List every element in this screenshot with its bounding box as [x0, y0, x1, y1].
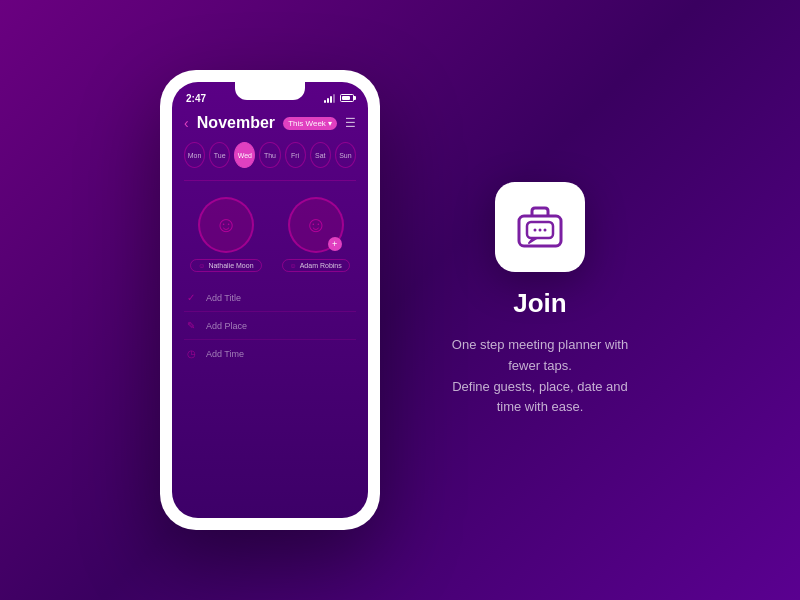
day-sun[interactable]: Sun	[335, 142, 356, 168]
days-row: Mon Tue Wed Thu Fri Sat Sun	[184, 142, 356, 168]
day-thu[interactable]: Thu	[259, 142, 280, 168]
time-icon: ◷	[184, 348, 198, 359]
svg-point-4	[544, 228, 547, 231]
status-time: 2:47	[186, 93, 206, 104]
status-icons	[324, 94, 354, 103]
add-place-item[interactable]: ✎ Add Place	[184, 312, 356, 340]
briefcase-chat-svg	[513, 200, 567, 254]
contact-name-2: Adam Robins	[300, 262, 342, 269]
contact-badge-1[interactable]: ☺ Nathalie Moon	[190, 259, 261, 272]
contact-avatar-1[interactable]: ☺	[198, 197, 254, 253]
add-title-item[interactable]: ✓ Add Title	[184, 284, 356, 312]
add-place-label: Add Place	[206, 321, 247, 331]
day-sat[interactable]: Sat	[310, 142, 331, 168]
week-badge[interactable]: This Week ▾	[283, 117, 337, 130]
join-title: Join	[513, 288, 566, 319]
week-badge-label: This Week	[288, 119, 326, 128]
day-tue[interactable]: Tue	[209, 142, 230, 168]
add-contact-button[interactable]: +	[328, 237, 342, 251]
join-description: One step meeting planner with fewer taps…	[440, 335, 640, 418]
title-icon: ✓	[184, 292, 198, 303]
person-icon-1: ☺	[215, 212, 237, 238]
contact-name-1: Nathalie Moon	[208, 262, 253, 269]
day-wed[interactable]: Wed	[234, 142, 255, 168]
prev-month-button[interactable]: ‹	[184, 115, 189, 131]
phone-mockup: 2:47 ‹ Novem	[160, 70, 380, 530]
svg-point-2	[534, 228, 537, 231]
form-items: ✓ Add Title ✎ Add Place ◷ Add Time	[184, 284, 356, 367]
notch	[235, 82, 305, 100]
add-title-label: Add Title	[206, 293, 241, 303]
day-fri[interactable]: Fri	[285, 142, 306, 168]
person-icon-2: ☺	[304, 212, 326, 238]
svg-point-3	[539, 228, 542, 231]
contact-badge-2[interactable]: ☺ Adam Robins	[282, 259, 350, 272]
chevron-down-icon: ▾	[328, 119, 332, 128]
contact-avatar-2[interactable]: ☺ +	[288, 197, 344, 253]
signal-icon	[324, 94, 335, 103]
calendar-header: ‹ November This Week ▾ ☰	[184, 114, 356, 132]
month-title: November	[197, 114, 275, 132]
main-container: 2:47 ‹ Novem	[0, 0, 800, 600]
person-small-icon-2: ☺	[290, 262, 297, 269]
menu-icon[interactable]: ☰	[345, 116, 356, 130]
battery-icon	[340, 94, 354, 102]
contacts-section: ☺ ☺ Nathalie Moon ☺ + ☺	[184, 197, 356, 272]
phone-screen: 2:47 ‹ Novem	[172, 82, 368, 518]
contact-nathalie: ☺ ☺ Nathalie Moon	[190, 197, 261, 272]
place-icon: ✎	[184, 320, 198, 331]
contact-adam: ☺ + ☺ Adam Robins	[282, 197, 350, 272]
add-time-item[interactable]: ◷ Add Time	[184, 340, 356, 367]
person-small-icon-1: ☺	[198, 262, 205, 269]
divider	[184, 180, 356, 181]
app-content: ‹ November This Week ▾ ☰ Mon Tue Wed Thu…	[172, 110, 368, 375]
add-time-label: Add Time	[206, 349, 244, 359]
app-icon	[495, 182, 585, 272]
join-section: Join One step meeting planner with fewer…	[440, 182, 640, 418]
day-mon[interactable]: Mon	[184, 142, 205, 168]
